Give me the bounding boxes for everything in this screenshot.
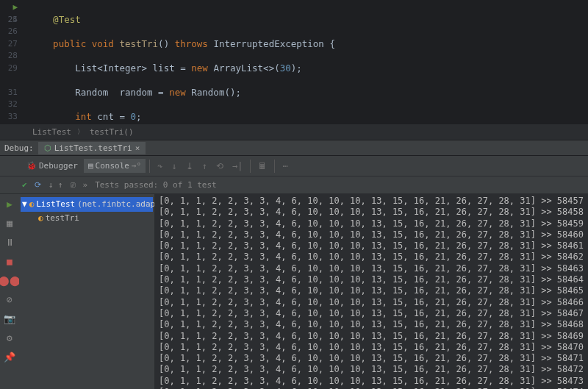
debug-session-tab[interactable]: ⬡ ListTest.testTri × (38, 142, 146, 154)
evaluate-icon[interactable]: 🖩 (254, 159, 270, 174)
nav-arrows[interactable]: ↓ ↑ (49, 180, 63, 190)
chevron-right-icon: 〉 (77, 127, 84, 137)
console-output[interactable]: [0, 1, 1, 2, 2, 3, 3, 4, 6, 10, 10, 10, … (154, 194, 588, 389)
breadcrumb[interactable]: ListTest 〉 testTri() (0, 124, 588, 140)
test-tree-item[interactable]: ◐ testTri (21, 212, 153, 225)
force-step-icon[interactable]: ⤓ (182, 159, 197, 174)
toggle-icon[interactable]: ▦ (3, 216, 16, 229)
test-tree[interactable]: ▼ ◐ ListTest (net.finbtc.adapter) ◐ test… (19, 194, 154, 389)
debug-side-toolbar: ▶ ▦ ⏸ ■ ⬤⬤ ⊘ 📷 ⚙ 📌 (0, 194, 19, 389)
gutter-line: 27 (0, 38, 18, 51)
sync-icon[interactable]: ⟳ (35, 180, 41, 190)
gutter-line: 28 (0, 50, 18, 63)
line-gutter: ▶ 24 25 26 27 28 29 31 32 33 34 35 (0, 0, 22, 124)
gutter-line: 31 (0, 87, 18, 99)
run-config-icon: ⬡ (44, 143, 51, 153)
settings-icon[interactable]: ⚙ (3, 331, 16, 344)
debugger-tab[interactable]: 🐞Debugger (22, 159, 82, 173)
gutter-line: ▶ 24 (0, 1, 18, 14)
gutter-line: 25 (0, 14, 18, 26)
code-area[interactable]: @Test public void testTri() throws Inter… (22, 0, 588, 124)
progress-icon: ◐ (29, 198, 35, 211)
drop-frame-icon[interactable]: ⟲ (212, 159, 227, 174)
step-out-icon[interactable]: ↑ (198, 159, 211, 174)
gutter-line: 26 (0, 26, 18, 38)
stop-icon[interactable]: ■ (3, 254, 16, 268)
filter-icon[interactable]: ⎚ (71, 180, 76, 190)
debug-panel: ▶ ▦ ⏸ ■ ⬤⬤ ⊘ 📷 ⚙ 📌 ▼ ◐ ListTest (net.fin… (0, 194, 588, 389)
close-icon[interactable]: × (135, 143, 140, 153)
bug-icon: 🐞 (26, 161, 37, 171)
check-icon[interactable]: ✔ (22, 180, 27, 190)
breadcrumb-method[interactable]: testTri() (90, 127, 134, 137)
gutter-line: 34 (0, 123, 18, 124)
gutter-line: 29 (0, 63, 18, 75)
console-tab[interactable]: ▤Console →° (84, 159, 146, 173)
dump-icon[interactable]: 📷 (3, 312, 16, 325)
step-over-icon[interactable]: ↷ (154, 159, 166, 174)
gutter-line: 33 (0, 111, 18, 124)
separator (250, 160, 251, 173)
pin-icon[interactable]: 📌 (3, 350, 16, 363)
run-gutter-icon[interactable]: ▶ (12, 2, 18, 12)
test-status-text: Tests passed: 0 of 1 test (95, 180, 217, 190)
separator (149, 160, 150, 173)
gutter-line (0, 74, 18, 87)
mute-breakpoints-icon[interactable]: ⊘ (3, 293, 16, 306)
code-editor[interactable]: ▶ 24 25 26 27 28 29 31 32 33 34 35 @Test… (0, 0, 588, 124)
expand-icon[interactable]: ▼ (22, 198, 27, 211)
pin-icon[interactable]: →° (132, 161, 141, 171)
more-icon[interactable]: ⋯ (279, 159, 291, 174)
test-tree-root[interactable]: ▼ ◐ ListTest (net.finbtc.adapter) (21, 197, 153, 212)
debug-toolbar: 🐞Debugger ▤Console →° ↷ ↓ ⤓ ↑ ⟲ →| 🖩 ⋯ (0, 156, 588, 176)
step-into-icon[interactable]: ↓ (168, 159, 180, 174)
console-icon: ▤ (88, 161, 93, 171)
pause-icon[interactable]: ⏸ (3, 235, 16, 249)
separator (274, 160, 275, 173)
run-to-cursor-icon[interactable]: →| (229, 159, 246, 174)
view-breakpoints-icon[interactable]: ⬤⬤ (3, 274, 16, 287)
gutter-line: 32 (0, 99, 18, 111)
breadcrumb-class[interactable]: ListTest (32, 127, 71, 137)
debug-tool-window-header: Debug: ⬡ ListTest.testTri × (0, 140, 588, 156)
test-status-bar: ✔ ⟳ ↓ ↑ ⎚ » Tests passed: 0 of 1 test (0, 176, 588, 194)
rerun-icon[interactable]: ▶ (3, 197, 16, 210)
progress-icon: ◐ (38, 212, 43, 225)
annotation: @Test (53, 14, 81, 25)
debug-label: Debug: (4, 143, 34, 153)
